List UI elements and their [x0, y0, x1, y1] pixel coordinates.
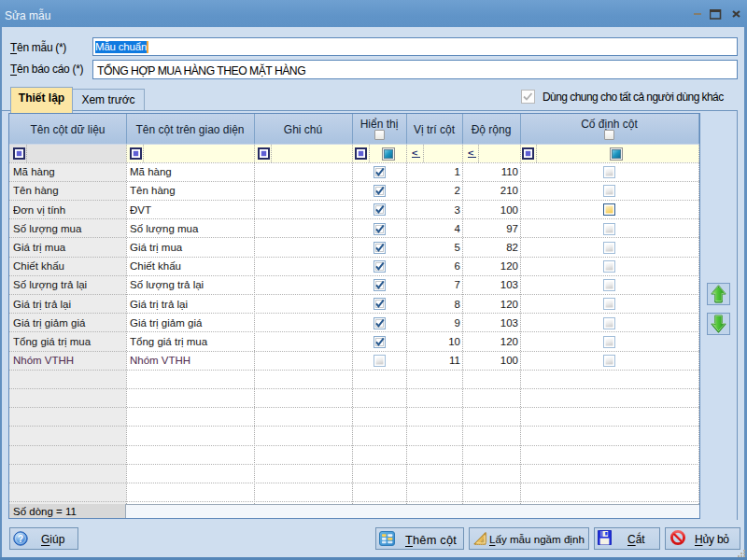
svg-text:?: ?: [18, 534, 23, 544]
